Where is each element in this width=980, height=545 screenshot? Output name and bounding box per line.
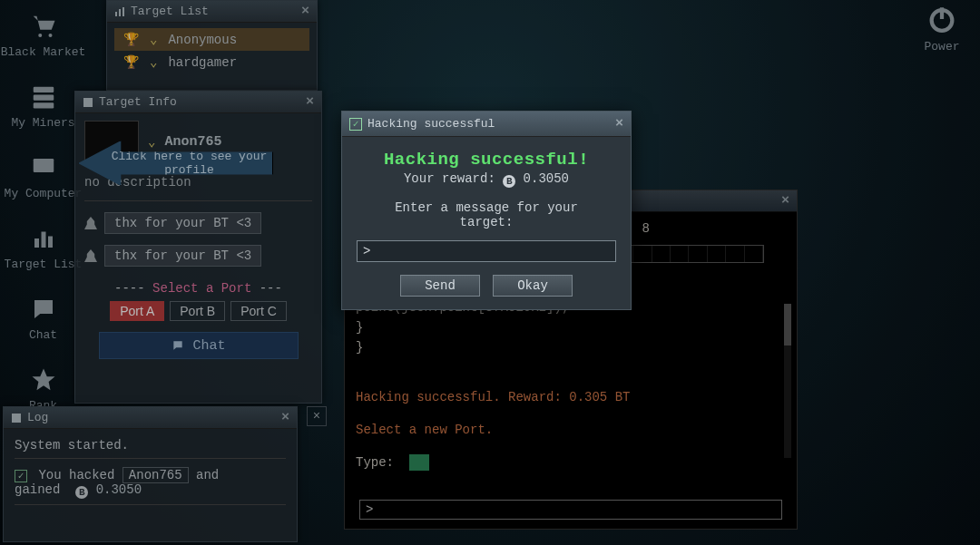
hacking-successful-modal: ✓ Hacking successful × Hacking successfu… [341,111,632,310]
coin-icon: B [503,175,515,188]
modal-message-input[interactable] [357,240,616,262]
modal-headline: Hacking successful! [357,150,616,170]
check-icon: ✓ [349,118,362,131]
send-button[interactable]: Send [400,275,480,297]
modal-title: Hacking successful [368,113,495,135]
modal-instruction: Enter a message for your target: [357,200,616,229]
close-icon[interactable]: × [615,113,623,135]
modal-titlebar[interactable]: ✓ Hacking successful × [342,112,631,137]
okay-button[interactable]: Okay [493,275,573,297]
modal-reward: Your reward: B 0.3050 [357,171,616,188]
